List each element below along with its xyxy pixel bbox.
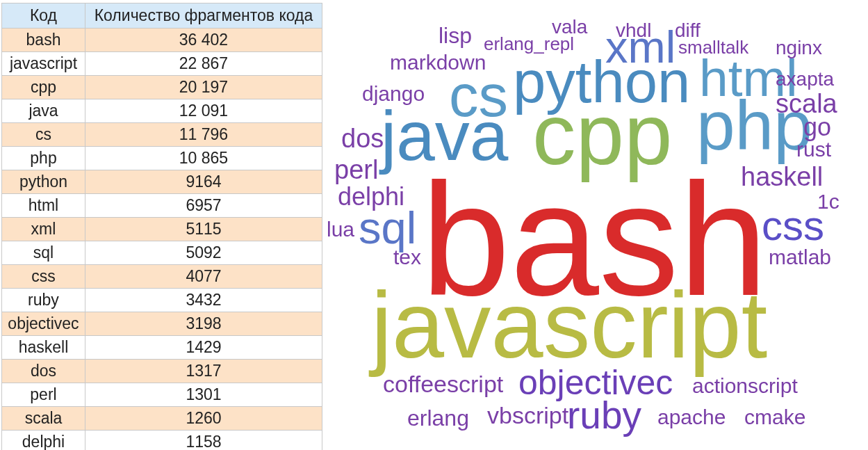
- cell-code: java: [2, 99, 85, 123]
- cloud-word-objectivec: objectivec: [518, 365, 673, 400]
- cell-count: 9164: [85, 170, 322, 194]
- cell-count: 20 197: [85, 76, 322, 99]
- code-table-container: Код Количество фрагментов кода bash36 40…: [0, 0, 324, 450]
- table-row: haskell1429: [2, 336, 322, 360]
- cell-count: 10 865: [85, 147, 322, 170]
- table-row: ruby3432: [2, 289, 322, 312]
- cloud-word-erlang_repl: erlang_repl: [484, 35, 574, 53]
- cell-code: xml: [2, 218, 85, 241]
- cloud-word-apache: apache: [657, 407, 726, 428]
- table-row: php10 865: [2, 147, 322, 170]
- table-row: javascript22 867: [2, 52, 322, 76]
- cell-code: objectivec: [2, 312, 85, 336]
- table-row: delphi1158: [2, 431, 322, 451]
- cell-code: javascript: [2, 52, 85, 76]
- cloud-word-javascript: javascript: [371, 278, 767, 372]
- table-row: java12 091: [2, 99, 322, 123]
- table-row: cpp20 197: [2, 76, 322, 99]
- table-row: sql5092: [2, 241, 322, 265]
- cell-count: 12 091: [85, 99, 322, 123]
- cell-count: 1317: [85, 360, 322, 383]
- cloud-word-erlang: erlang: [407, 407, 469, 429]
- cell-code: css: [2, 265, 85, 289]
- cell-count: 5092: [85, 241, 322, 265]
- cell-code: cpp: [2, 76, 85, 99]
- cell-code: scala: [2, 407, 85, 431]
- cloud-word-go: go: [803, 115, 831, 140]
- cloud-word-1c: 1c: [817, 191, 840, 212]
- cloud-word-css: css: [762, 205, 824, 247]
- header-code: Код: [2, 3, 85, 29]
- cloud-word-coffeescript: coffeescript: [383, 372, 503, 396]
- cloud-word-sql: sql: [359, 205, 416, 250]
- table-row: css4077: [2, 265, 322, 289]
- cell-count: 11 796: [85, 123, 322, 147]
- cell-code: python: [2, 170, 85, 194]
- table-row: scala1260: [2, 407, 322, 431]
- cloud-word-tex: tex: [393, 247, 421, 268]
- cloud-word-matlab: matlab: [769, 247, 831, 268]
- table-row: dos1317: [2, 360, 322, 383]
- cloud-word-lisp: lisp: [439, 24, 472, 47]
- code-frequency-table: Код Количество фрагментов кода bash36 40…: [1, 3, 322, 450]
- cell-code: bash: [2, 29, 85, 52]
- cell-code: cs: [2, 123, 85, 147]
- header-count: Количество фрагментов кода: [85, 3, 322, 29]
- cloud-word-vhdl: vhdl: [616, 21, 651, 40]
- cell-code: delphi: [2, 431, 85, 451]
- cloud-word-cs: cs: [449, 66, 508, 125]
- cloud-word-lua: lua: [327, 219, 354, 240]
- cell-code: dos: [2, 360, 85, 383]
- table-row: html6957: [2, 194, 322, 218]
- cloud-word-smalltalk: smalltalk: [678, 38, 748, 56]
- cell-count: 22 867: [85, 52, 322, 76]
- word-cloud: bashjavascriptcppjavapythonphpcshtmlxmls…: [324, 0, 868, 450]
- cloud-word-delphi: delphi: [338, 184, 404, 209]
- cell-code: ruby: [2, 289, 85, 312]
- cell-count: 3198: [85, 312, 322, 336]
- cell-code: sql: [2, 241, 85, 265]
- cell-count: 6957: [85, 194, 322, 218]
- cloud-word-vbscript: vbscript: [487, 403, 568, 427]
- cloud-word-markdown: markdown: [390, 52, 486, 73]
- cell-count: 3432: [85, 289, 322, 312]
- cloud-word-django: django: [362, 83, 425, 104]
- cloud-word-ruby: ruby: [567, 396, 641, 435]
- cloud-word-rust: rust: [796, 139, 831, 160]
- table-row: objectivec3198: [2, 312, 322, 336]
- cell-code: html: [2, 194, 85, 218]
- cloud-word-nginx: nginx: [776, 38, 822, 58]
- cell-count: 36 402: [85, 29, 322, 52]
- cell-count: 1158: [85, 431, 322, 451]
- cell-count: 1429: [85, 336, 322, 360]
- cloud-word-axapta: axapta: [776, 70, 834, 89]
- cell-count: 4077: [85, 265, 322, 289]
- cell-count: 1260: [85, 407, 322, 431]
- cell-count: 1301: [85, 383, 322, 407]
- cell-code: php: [2, 147, 85, 170]
- table-row: python9164: [2, 170, 322, 194]
- cloud-word-cmake: cmake: [744, 407, 805, 428]
- cell-code: perl: [2, 383, 85, 407]
- table-row: cs11 796: [2, 123, 322, 147]
- cloud-word-haskell: haskell: [741, 163, 823, 190]
- cell-count: 5115: [85, 218, 322, 241]
- cloud-word-actionscript: actionscript: [692, 376, 798, 396]
- cell-code: haskell: [2, 336, 85, 360]
- table-row: perl1301: [2, 383, 322, 407]
- table-row: bash36 402: [2, 29, 322, 52]
- cloud-word-perl: perl: [334, 156, 378, 183]
- cloud-word-dos: dos: [341, 125, 384, 152]
- table-row: xml5115: [2, 218, 322, 241]
